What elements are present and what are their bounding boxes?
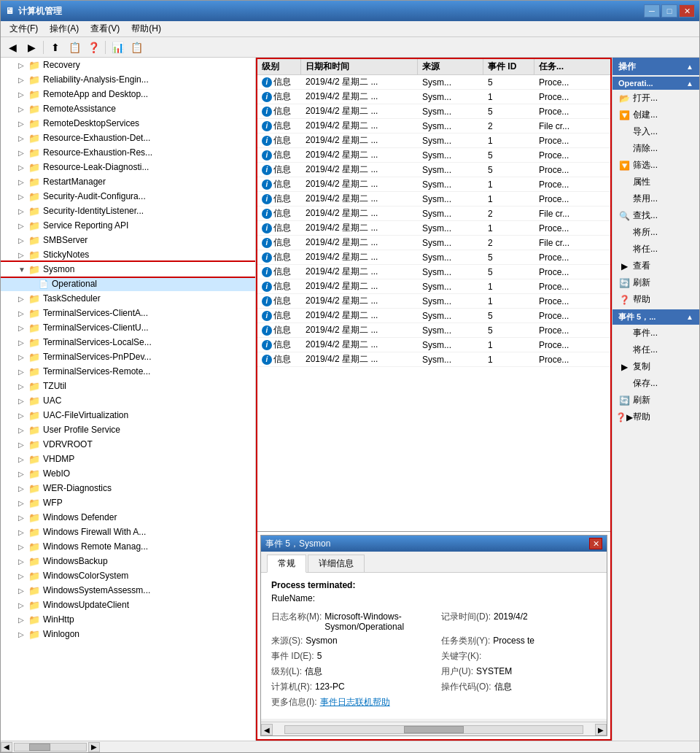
action-item[interactable]: ▶ 复制 <box>612 358 699 375</box>
table-row[interactable]: i信息 2019/4/2 星期二 ... Sysm... 5 Proce... <box>257 323 610 338</box>
action-item[interactable]: 将任... <box>612 341 699 358</box>
table-row[interactable]: i信息 2019/4/2 星期二 ... Sysm... 1 Proce... <box>257 294 610 309</box>
table-row[interactable]: i信息 2019/4/2 星期二 ... Sysm... 1 Proce... <box>257 279 610 294</box>
table-row[interactable]: i信息 2019/4/2 星期二 ... Sysm... 1 Proce... <box>257 90 610 104</box>
list-item[interactable]: ▷📁WER-Diagnostics <box>1 481 255 495</box>
table-row[interactable]: i信息 2019/4/2 星期二 ... Sysm... 1 Proce... <box>257 192 610 206</box>
tab-details[interactable]: 详细信息 <box>308 555 365 572</box>
table-row[interactable]: i信息 2019/4/2 星期二 ... Sysm... 5 Proce... <box>257 309 610 323</box>
action-item[interactable]: 属性 <box>612 174 699 190</box>
list-item[interactable]: ▷📁Recovery <box>1 58 255 72</box>
list-item[interactable]: ▷📁Reliability-Analysis-Engin... <box>1 72 255 87</box>
table-row[interactable]: i信息 2019/4/2 星期二 ... Sysm... 2 File cr..… <box>257 206 610 221</box>
table-row[interactable]: i信息 2019/4/2 星期二 ... Sysm... 5 Proce... <box>257 148 610 163</box>
list-item[interactable]: ▷📁Security-IdentityListener... <box>1 204 255 218</box>
action-item[interactable]: 保存... <box>612 375 699 392</box>
table-row[interactable]: i信息 2019/4/2 星期二 ... Sysm... 1 Proce... <box>257 352 610 367</box>
menu-file[interactable]: 文件(F) <box>4 21 44 36</box>
scroll-right-button[interactable]: ▶ <box>595 724 607 735</box>
col-header-source[interactable]: 来源 <box>418 59 483 74</box>
action-item[interactable]: 将任... <box>612 241 699 258</box>
list-item[interactable]: ▷📁WindowsColorSystem <box>1 568 255 583</box>
action-item[interactable]: 🔽 创建... <box>612 107 699 123</box>
list-item[interactable]: ▷📁TZUtil <box>1 379 255 393</box>
list-item[interactable]: ▷📁RemoteDesktopServices <box>1 116 255 131</box>
up-button[interactable]: ⬆ <box>47 39 64 55</box>
list-item[interactable]: ▷📁RemoteAssistance <box>1 101 255 116</box>
list-item[interactable]: ▷📁Windows Remote Manag... <box>1 539 255 554</box>
table-row[interactable]: i信息 2019/4/2 星期二 ... Sysm... 2 File cr..… <box>257 119 610 134</box>
list-item[interactable]: ▷📁RestartManager <box>1 174 255 189</box>
list-item[interactable]: ▷📁TerminalServices-PnPDev... <box>1 350 255 364</box>
list-item[interactable]: 📄Operational <box>1 277 255 291</box>
menu-view[interactable]: 查看(V) <box>85 21 125 36</box>
list-item[interactable]: ▷📁WindowsSystemAssessm... <box>1 583 255 598</box>
list-item[interactable]: ▷📁Windows Firewall With A... <box>1 525 255 539</box>
action-item[interactable]: 🔄 刷新 <box>612 274 699 291</box>
action-item[interactable]: 🔄 刷新 <box>612 392 699 409</box>
list-item[interactable]: ▷📁VHDMP <box>1 452 255 466</box>
list-item[interactable]: ▷📁Service Reporting API <box>1 218 255 233</box>
more-info-link[interactable]: 事件日志联机帮助 <box>320 696 390 708</box>
list-item[interactable]: ▷📁TerminalServices-ClientA... <box>1 306 255 320</box>
action-item[interactable]: 清除... <box>612 140 699 157</box>
list-item[interactable]: ▷📁Resource-Leak-Diagnosti... <box>1 160 255 174</box>
action-item[interactable]: ❓ 帮助 <box>612 291 699 308</box>
table-row[interactable]: i信息 2019/4/2 星期二 ... Sysm... 1 Proce... <box>257 134 610 148</box>
list-item[interactable]: ▷📁SMBServer <box>1 233 255 247</box>
list-item[interactable]: ▷📁Resource-Exhaustion-Res... <box>1 145 255 160</box>
list-item[interactable]: ▷📁TerminalServices-Remote... <box>1 364 255 379</box>
action-item[interactable]: 禁用... <box>612 190 699 207</box>
table-row[interactable]: i信息 2019/4/2 星期二 ... Sysm... 1 Proce... <box>257 221 610 236</box>
tab-general[interactable]: 常规 <box>267 555 306 573</box>
list-item[interactable]: ▷📁VDRVROOT <box>1 437 255 452</box>
action-item[interactable]: ▶ 查看 <box>612 258 699 274</box>
list-item[interactable]: ▷📁WindowsUpdateClient <box>1 598 255 612</box>
view2-button[interactable]: 📋 <box>128 39 145 55</box>
table-row[interactable]: i信息 2019/4/2 星期二 ... Sysm... 5 Proce... <box>257 104 610 119</box>
list-item[interactable]: ▷📁StickyNotes <box>1 247 255 262</box>
list-item[interactable]: ▷📁UAC <box>1 393 255 408</box>
forward-button[interactable]: ▶ <box>23 39 40 55</box>
list-item[interactable]: ▷📁RemoteApp and Desktop... <box>1 87 255 101</box>
table-row[interactable]: i信息 2019/4/2 星期二 ... Sysm... 1 Proce... <box>257 177 610 192</box>
action-item[interactable]: 事件... <box>612 325 699 341</box>
list-item[interactable]: ▷📁UAC-FileVirtualization <box>1 408 255 422</box>
list-item[interactable]: ▷📁TerminalServices-ClientU... <box>1 320 255 335</box>
table-row[interactable]: i信息 2019/4/2 星期二 ... Sysm... 5 Proce... <box>257 250 610 265</box>
action-item[interactable]: 将所... <box>612 224 699 241</box>
close-button[interactable]: ✕ <box>679 4 695 18</box>
list-item[interactable]: ▷📁Winlogon <box>1 627 255 641</box>
action-item[interactable]: 🔽 筛选... <box>612 157 699 174</box>
horizontal-scrollbar[interactable] <box>284 725 583 734</box>
sidebar-scroll-left[interactable]: ◀ <box>1 742 12 752</box>
list-item[interactable]: ▷📁WebIO <box>1 466 255 481</box>
table-row[interactable]: i信息 2019/4/2 星期二 ... Sysm... 5 Proce... <box>257 265 610 279</box>
sidebar-scroll-right[interactable]: ▶ <box>88 742 100 752</box>
list-item[interactable]: ▷📁WinHttp <box>1 612 255 627</box>
list-item[interactable]: ▷📁Windows Defender <box>1 510 255 525</box>
maximize-button[interactable]: □ <box>661 4 677 18</box>
detail-close-button[interactable]: ✕ <box>589 538 602 549</box>
list-item[interactable]: ▷📁User Profile Service <box>1 422 255 437</box>
menu-help[interactable]: 帮助(H) <box>125 21 167 36</box>
action-item[interactable]: 🔍 查找... <box>612 207 699 224</box>
table-row[interactable]: i信息 2019/4/2 星期二 ... Sysm... 5 Proce... <box>257 163 610 177</box>
minimize-button[interactable]: ─ <box>644 4 660 18</box>
action-item[interactable]: 📂 打开... <box>612 90 699 107</box>
list-item[interactable]: ▼📁Sysmon <box>1 262 255 277</box>
col-header-level[interactable]: 级别 <box>257 59 301 74</box>
sidebar-scrollbar[interactable] <box>14 743 87 752</box>
col-header-datetime[interactable]: 日期和时间 <box>301 59 418 74</box>
list-item[interactable]: ▷📁Resource-Exhaustion-Det... <box>1 131 255 145</box>
table-row[interactable]: i信息 2019/4/2 星期二 ... Sysm... 1 Proce... <box>257 338 610 352</box>
back-button[interactable]: ◀ <box>4 39 21 55</box>
list-item[interactable]: ▷📁Security-Audit-Configura... <box>1 189 255 204</box>
list-item[interactable]: ▷📁TerminalServices-LocalSe... <box>1 335 255 350</box>
view-button[interactable]: 📊 <box>109 39 126 55</box>
col-header-task[interactable]: 任务... <box>534 59 593 74</box>
list-item[interactable]: ▷📁TaskScheduler <box>1 291 255 306</box>
table-row[interactable]: i信息 2019/4/2 星期二 ... Sysm... 2 File cr..… <box>257 236 610 250</box>
list-item[interactable]: ▷📁WindowsBackup <box>1 554 255 568</box>
action-item[interactable]: 导入... <box>612 123 699 140</box>
